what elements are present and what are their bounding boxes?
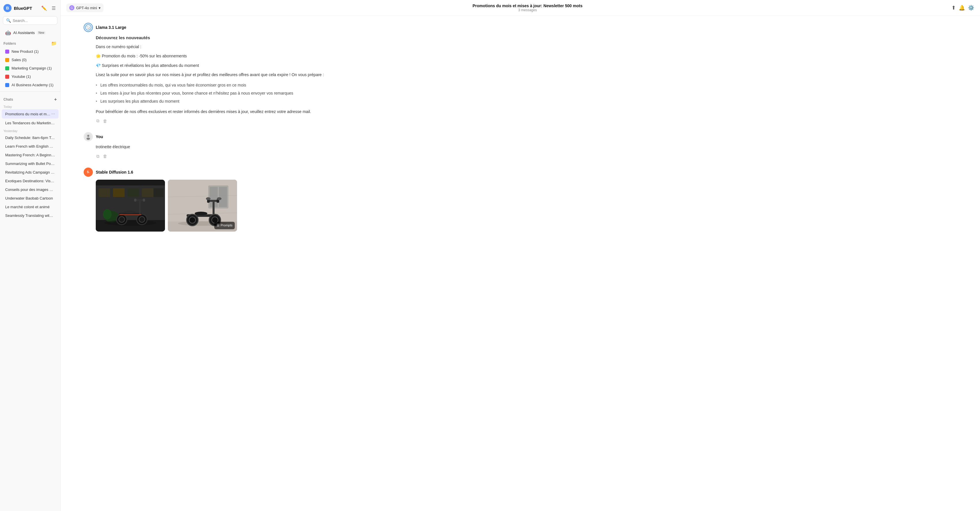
chat-item-text: Daily Schedule: 8am-6pm Table [5,135,55,140]
message-header: You [84,132,957,141]
menu-button[interactable]: ☰ [51,5,57,11]
delete-button[interactable]: 🗑 [102,118,108,124]
sidebar-header: B BlueGPT ✏️ ☰ [0,0,60,15]
model-label: GPT-4o mini [76,6,97,10]
search-icon: 🔍 [6,18,11,23]
topbar-actions: ⬆ 🔔 ⚙️ [951,5,974,11]
chat-item-text: Le marché coloré et animé [5,205,55,209]
folder-label: New Product (1) [11,49,39,54]
chat-item[interactable]: Learn French with English Assis... [2,142,59,151]
chat-item-text: Underwater Baobab Cartoon [5,196,55,201]
folder-new-product[interactable]: New Product (1) [2,48,59,56]
svg-point-4 [86,138,90,140]
svg-rect-18 [134,199,137,202]
chat-item[interactable]: Underwater Baobab Cartoon [2,194,59,202]
settings-button[interactable]: ⚙️ [968,5,974,11]
copy-button[interactable]: ⧉ [96,153,100,159]
model-selector[interactable]: G GPT-4o mini ▾ [66,3,103,12]
notifications-button[interactable]: 🔔 [959,5,965,11]
copy-button[interactable]: ⧉ [96,118,100,124]
chat-item[interactable]: Daily Schedule: 8am-6pm Table [2,134,59,142]
model-chevron: ▾ [99,6,101,10]
svg-point-13 [103,209,111,220]
chats-section: Chats + Today Promotions du mois et mise… [0,94,60,221]
emoji-line-2: 💎 Surprises et révélations les plus atte… [96,62,957,68]
search-input[interactable] [13,19,60,23]
chat-item-text: Promotions du mois et mise... [5,112,51,116]
svg-rect-36 [213,201,215,215]
chat-item[interactable]: Mastering French: A Beginner's... [2,151,59,159]
svg-point-3 [88,135,89,137]
chat-item[interactable]: Revitalizing Ads Campaign Stra... [2,168,59,177]
topbar-center: Promotions du mois et mises à jour: News… [473,3,582,12]
message-paragraph: Lisez la suite pour en savoir plus sur n… [96,72,957,78]
svg-rect-9 [127,188,139,197]
folders-title: Folders [3,41,16,46]
chat-item-text: Mastering French: A Beginner's... [5,153,55,157]
folder-label: Youtube (1) [11,75,31,79]
prompts-icon: ☰ [216,223,220,228]
message-heading: Découvrez les nouveautés [96,34,957,41]
chats-title: Chats [3,97,13,102]
chat-item[interactable]: Exotiques Destinations: Visuels... [2,177,59,185]
message-text: trotinette électrique [96,143,957,150]
share-button[interactable]: ⬆ [951,5,956,11]
message-block: You trotinette électrique ⧉ 🗑 [84,132,957,159]
svg-rect-11 [153,188,164,197]
message-content: trotinette électrique [96,143,957,150]
prompts-label: Prompts [221,223,232,228]
search-bar[interactable]: 🔍 ⌘ K [3,16,57,25]
image-card-1 [96,180,165,232]
svg-point-14 [104,220,156,226]
chat-item[interactable]: Le marché coloré et animé [2,203,59,211]
edit-button[interactable]: ✏️ [40,5,48,11]
chat-item[interactable]: Les Tendances du Marketing N... [2,119,59,127]
message-block: S. Stable Diffusion 1.6 [84,167,957,232]
chat-item[interactable]: Seamlessly Translating with Bili... [2,212,59,220]
message-footer: Pour bénéficier de nos offres exclusives… [96,108,957,115]
chat-item-text: Summarizing with Bullet Points [5,161,55,166]
new-chat-button[interactable]: + [54,97,57,102]
message-actions: ⧉ 🗑 [96,153,957,159]
folder-color-dot [5,49,9,54]
folder-label: Marketing Campaign (1) [11,66,52,70]
svg-rect-7 [99,188,110,197]
message-content: Découvrez les nouveautés Dans ce numéro … [96,34,957,115]
chat-item[interactable]: Summarizing with Bullet Points [2,159,59,168]
chat-item-text: Revitalizing Ads Campaign Stra... [5,170,55,175]
svg-point-21 [119,216,124,222]
ai-assistants-item[interactable]: 🤖 AI Assistants New [2,28,59,38]
logo-icon: B [3,4,11,12]
topbar: G GPT-4o mini ▾ Promotions du mois et mi… [60,0,980,16]
chat-item-options[interactable]: ··· [51,111,55,116]
message-block: 🦙 Llama 3.1 Large Découvrez les nouveaut… [84,23,957,124]
yesterday-label: Yesterday [0,127,60,133]
add-folder-button[interactable]: 📁 [51,41,57,46]
folder-marketing[interactable]: Marketing Campaign (1) [2,64,59,72]
chat-item-text: Learn French with English Assis... [5,144,55,148]
folder-color-dot [5,66,9,70]
chat-item-text: Seamlessly Translating with Bili... [5,213,55,218]
chat-title: Promotions du mois et mises à jour: News… [473,3,582,8]
message-header: S. Stable Diffusion 1.6 [84,167,957,177]
svg-rect-19 [143,199,145,202]
folders-section: Folders 📁 [0,38,60,47]
ai-assistants-icon: 🤖 [5,30,11,35]
message-actions: ⧉ 🗑 [96,118,957,124]
svg-rect-16 [139,200,141,214]
folder-ai-business[interactable]: AI Business Academy (1) [2,81,59,89]
chat-item-text: Exotiques Destinations: Visuels... [5,179,55,183]
list-item: Les mises à jour les plus récentes pour … [96,89,957,97]
chat-item-text: Les Tendances du Marketing N... [5,121,55,125]
delete-button[interactable]: 🗑 [102,153,108,159]
chat-item[interactable]: Conseils pour des images parfa... [2,185,59,194]
chat-area: 🦙 Llama 3.1 Large Découvrez les nouveaut… [60,16,980,511]
svg-rect-10 [142,188,153,197]
folder-youtube[interactable]: Youtube (1) [2,73,59,80]
prompts-badge[interactable]: ☰ Prompts [214,222,235,229]
chat-item[interactable]: Promotions du mois et mise... ··· [2,109,59,118]
svg-rect-8 [113,188,124,197]
main-panel: G GPT-4o mini ▾ Promotions du mois et mi… [60,0,980,511]
folder-sales[interactable]: Sales (0) [2,56,59,64]
app-name: BlueGPT [14,6,32,11]
